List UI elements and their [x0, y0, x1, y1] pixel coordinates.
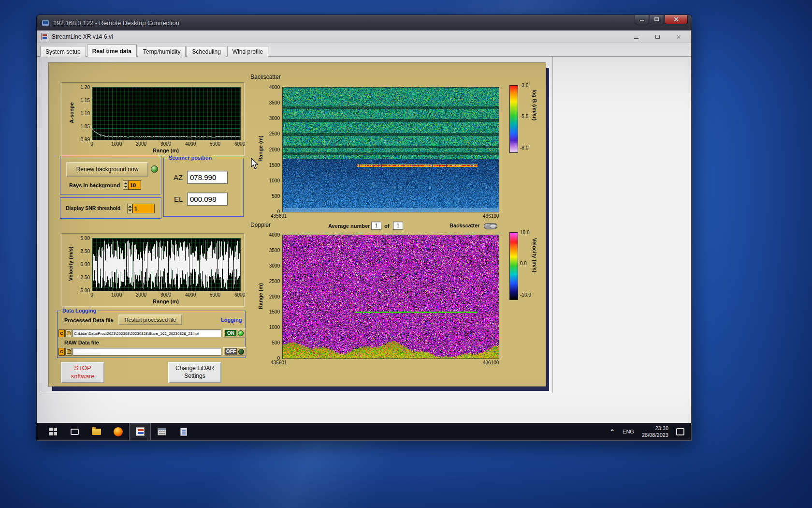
tray-clock[interactable]: 23:30 28/08/2023	[642, 425, 668, 439]
renew-background-button[interactable]: Renew background now	[66, 162, 148, 177]
processed-path-input[interactable]: C:\Lidar\Data\Proc\2023\202308\20230828\…	[72, 329, 221, 337]
maximize-icon	[654, 17, 659, 21]
doppler-x-start: 435601	[271, 360, 287, 365]
folder-icon	[67, 350, 71, 354]
average-of-value[interactable]: 1	[393, 222, 403, 230]
az-value-field[interactable]: 078.990	[187, 171, 228, 184]
tab-wind-profile[interactable]: Wind profile	[227, 46, 268, 57]
backscatter-doppler-toggle[interactable]	[484, 223, 497, 229]
tab-real-time-data[interactable]: Real time data	[87, 45, 137, 57]
vi-titlebar[interactable]: StreamLine XR v14-6.vi ✕	[37, 30, 691, 43]
restart-processed-file-button[interactable]: Restart processed file	[118, 314, 182, 325]
processed-browse-button[interactable]	[65, 329, 72, 337]
processed-logging-toggle[interactable]: ON	[223, 329, 246, 338]
change-lidar-settings-button[interactable]: Change LiDAR Settings	[168, 362, 221, 383]
change-button-line2: Settings	[184, 373, 205, 380]
tray-language[interactable]: ENG	[623, 429, 634, 434]
on-led	[238, 330, 244, 336]
snr-value[interactable]: 1	[132, 204, 155, 213]
rdp-maximize-button[interactable]	[650, 15, 664, 24]
vi-close-button[interactable]: ✕	[675, 33, 682, 41]
scan-scheduler-icon	[158, 428, 166, 435]
doppler-cb-label: Velocity (m/s)	[532, 238, 537, 272]
backscatter-cb-tick-mid: -5.5	[520, 114, 528, 119]
velocity-x-axis-label: Range (m)	[92, 299, 240, 304]
snr-threshold-label: Display SNR threshold	[66, 205, 120, 211]
backscatter-y-ticks: 4000 3500 3000 2500 2000 1500 1000 500 0	[265, 87, 280, 211]
start-button[interactable]	[42, 423, 64, 440]
on-label: ON	[225, 330, 236, 336]
tab-system-setup[interactable]: System setup	[40, 46, 86, 57]
change-button-line1: Change LiDAR	[175, 365, 214, 373]
vi-window-controls: ✕	[632, 30, 682, 43]
of-label: of	[384, 223, 389, 229]
doppler-heatmap	[282, 235, 499, 359]
backscatter-heatmap	[282, 87, 499, 212]
ascope-x-ticks: 0 1000 2000 3000 4000 5000 6000	[92, 141, 240, 147]
doppler-cb-tick-max: 10.0	[520, 230, 529, 235]
el-value-field[interactable]: 000.098	[187, 193, 228, 206]
file-explorer-button[interactable]	[86, 423, 107, 440]
vi-restore-button[interactable]	[653, 33, 661, 41]
rays-in-background-label: Rays in background	[69, 182, 120, 188]
backscatter-cb-tick-min: -8.0	[520, 145, 528, 150]
minimize-icon	[640, 20, 644, 21]
notification-center-icon[interactable]	[676, 428, 684, 435]
data-logging-group: Data Logging Processed Data file Restart…	[57, 311, 246, 358]
ascope-y-ticks: 1.20 1.15 1.10 1.05 0.99	[76, 87, 90, 139]
tray-chevron-icon[interactable]: ⌃	[609, 428, 615, 435]
doppler-y-ticks: 4000 3500 3000 2500 2000 1500 1000 500 0	[265, 235, 280, 358]
processed-data-file-label: Processed Data file	[64, 317, 114, 323]
task-view-button[interactable]	[64, 423, 86, 440]
tab-scheduling[interactable]: Scheduling	[187, 46, 226, 57]
scanner-position-title: Scanner position	[167, 154, 213, 161]
az-label: AZ	[174, 173, 183, 181]
snr-group: Display SNR threshold 1	[60, 197, 161, 219]
desktop: 192.168.0.122 - Remote Desktop Connectio…	[0, 0, 812, 508]
rdp-titlebar[interactable]: 192.168.0.122 - Remote Desktop Connectio…	[37, 15, 692, 30]
data-logging-title: Data Logging	[61, 307, 98, 314]
off-led	[238, 349, 244, 355]
labview-taskbar-button[interactable]	[129, 423, 151, 440]
doppler-title: Doppler	[250, 222, 271, 228]
ascope-chart	[92, 87, 241, 140]
backscatter-colorbar	[509, 85, 518, 153]
rdp-title: 192.168.0.122 - Remote Desktop Connectio…	[53, 19, 179, 27]
rays-value[interactable]: 10	[128, 180, 141, 190]
rdp-computer-icon	[42, 20, 49, 26]
rdp-close-button[interactable]: ✕	[665, 15, 688, 24]
folder-icon	[67, 332, 71, 335]
backscatter-x-start: 435601	[271, 213, 287, 219]
logging-label: Logging	[221, 317, 242, 323]
ascope-x-axis-label: Range (m)	[92, 148, 240, 153]
rdp-window-controls: ✕	[634, 15, 688, 24]
rays-spinner[interactable]	[123, 180, 128, 190]
firefox-button[interactable]	[107, 423, 129, 440]
real-time-data-page: A-scope 1.20 1.15 1.10 1.05 0.99	[40, 57, 553, 393]
backscatter-toggle-label: Backscatter	[450, 223, 479, 228]
background-group: Renew background now Rays in background …	[60, 156, 161, 194]
vi-minimize-button[interactable]	[632, 33, 640, 41]
velocity-plot-frame: Velocity (m/s) 5.00 2.50 0.00 -2.50 -5.0…	[61, 233, 245, 307]
minimize-icon	[634, 38, 638, 39]
raw-path-input[interactable]	[72, 348, 221, 356]
labview-vi-icon	[41, 33, 48, 40]
doppler-colorbar	[509, 232, 518, 300]
snr-spinner[interactable]	[127, 204, 132, 213]
scan-scheduler-taskbar-button[interactable]	[151, 423, 173, 440]
velocity-y-axis-label: Velocity (m/s)	[68, 239, 73, 288]
raw-logging-toggle[interactable]: OFF	[223, 347, 246, 356]
average-number-value[interactable]: 1	[371, 222, 381, 230]
processed-drive-box[interactable]: C	[58, 329, 65, 337]
raw-drive-box[interactable]: C	[58, 348, 65, 356]
document-app-taskbar-button[interactable]	[173, 423, 194, 440]
front-panel: A-scope 1.20 1.15 1.10 1.05 0.99	[48, 62, 546, 387]
taskbar-apps	[37, 423, 194, 440]
backscatter-y-axis-label: Range (m)	[258, 124, 263, 173]
stop-software-button[interactable]: STOP software	[61, 362, 104, 383]
tab-temp-humidity[interactable]: Temp/humidity	[138, 46, 186, 57]
taskbar: ⌃ ENG 23:30 28/08/2023	[37, 423, 691, 440]
labview-vi-window: StreamLine XR v14-6.vi ✕ System setup Re…	[37, 30, 691, 423]
rdp-minimize-button[interactable]	[635, 15, 649, 24]
raw-browse-button[interactable]	[65, 348, 72, 356]
